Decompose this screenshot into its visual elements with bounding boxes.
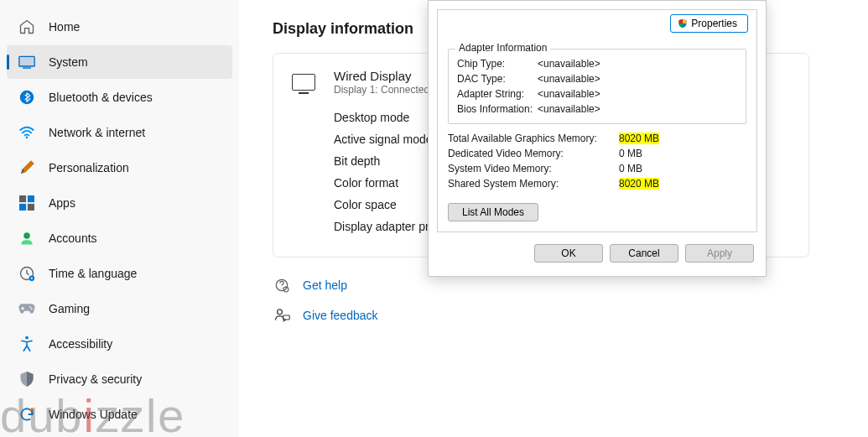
brush-icon bbox=[18, 159, 35, 176]
mem-label: Dedicated Video Memory: bbox=[448, 148, 619, 159]
game-icon bbox=[18, 300, 35, 317]
sidebar-item-label: Time & language bbox=[49, 267, 137, 280]
svg-rect-5 bbox=[19, 195, 26, 202]
memory-row: Dedicated Video Memory: 0 MB bbox=[448, 148, 746, 159]
properties-label: Properties bbox=[691, 18, 737, 29]
sidebar-item-label: Home bbox=[49, 20, 80, 34]
mem-label: Shared System Memory: bbox=[448, 178, 619, 190]
display-name: Wired Display bbox=[334, 69, 440, 83]
info-value: <unavailable> bbox=[538, 103, 600, 115]
cancel-button[interactable]: Cancel bbox=[610, 244, 678, 263]
memory-row: Shared System Memory: 8020 MB bbox=[448, 178, 746, 190]
sidebar-item-network[interactable]: Network & internet bbox=[7, 116, 232, 149]
get-help-link[interactable]: Get help bbox=[273, 276, 848, 294]
uac-shield-icon bbox=[678, 18, 688, 29]
svg-point-4 bbox=[26, 137, 29, 139]
svg-point-12 bbox=[29, 306, 31, 308]
svg-point-9 bbox=[23, 232, 30, 239]
adapter-info-group: Adapter Information Chip Type: <unavaila… bbox=[448, 49, 746, 124]
info-value: <unavailable> bbox=[538, 88, 600, 100]
sidebar-item-time[interactable]: Time & language bbox=[7, 257, 232, 290]
wifi-icon bbox=[18, 124, 35, 141]
sidebar-item-label: Accounts bbox=[49, 232, 97, 245]
dialog-inner: Properties Adapter Information Chip Type… bbox=[437, 9, 757, 232]
sidebar-item-label: Bluetooth & devices bbox=[49, 91, 153, 104]
system-icon bbox=[18, 54, 35, 70]
settings-sidebar: Home System Bluetooth & devices Network … bbox=[0, 0, 239, 437]
person-icon bbox=[18, 230, 35, 247]
svg-rect-1 bbox=[19, 56, 34, 66]
home-icon bbox=[18, 18, 35, 35]
give-feedback-link[interactable]: Give feedback bbox=[273, 306, 848, 325]
sidebar-item-label: Accessibility bbox=[49, 337, 112, 351]
properties-button[interactable]: Properties bbox=[670, 14, 748, 33]
info-label: Adapter String: bbox=[457, 88, 538, 100]
svg-rect-7 bbox=[19, 204, 26, 211]
adapter-properties-dialog: Properties Adapter Information Chip Type… bbox=[428, 0, 767, 277]
memory-row: Total Available Graphics Memory: 8020 MB bbox=[448, 133, 746, 144]
list-all-modes-button[interactable]: List All Modes bbox=[448, 203, 538, 221]
mem-value: 0 MB bbox=[619, 148, 642, 159]
sidebar-item-gaming[interactable]: Gaming bbox=[7, 292, 232, 325]
sidebar-item-label: Personalization bbox=[49, 161, 129, 174]
sidebar-item-bluetooth[interactable]: Bluetooth & devices bbox=[7, 81, 232, 114]
sidebar-item-accounts[interactable]: Accounts bbox=[7, 221, 232, 255]
adapter-info-row: Bios Information: <unavailable> bbox=[457, 103, 737, 115]
ok-button[interactable]: OK bbox=[534, 244, 603, 263]
feedback-text: Give feedback bbox=[303, 309, 378, 322]
svg-point-19 bbox=[278, 310, 283, 315]
clock-icon bbox=[18, 265, 35, 282]
sidebar-item-accessibility[interactable]: Accessibility bbox=[7, 327, 232, 361]
adapter-info-row: Adapter String: <unavailable> bbox=[457, 88, 737, 100]
adapter-legend: Adapter Information bbox=[455, 42, 550, 54]
feedback-icon bbox=[273, 306, 291, 325]
accessibility-icon bbox=[18, 336, 35, 352]
sidebar-item-system[interactable]: System bbox=[7, 45, 232, 79]
sidebar-item-apps[interactable]: Apps bbox=[7, 186, 232, 220]
info-label: Chip Type: bbox=[457, 58, 538, 70]
info-label: Bios Information: bbox=[457, 103, 538, 115]
sidebar-item-label: Apps bbox=[49, 196, 75, 210]
apps-icon bbox=[18, 195, 35, 211]
sidebar-item-home[interactable]: Home bbox=[7, 10, 232, 44]
mem-value: 8020 MB bbox=[619, 178, 659, 190]
monitor-icon bbox=[292, 74, 315, 91]
display-subtitle: Display 1: Connected to bbox=[334, 84, 440, 96]
watermark-text: dubizzle bbox=[0, 395, 185, 437]
svg-point-17 bbox=[281, 288, 282, 289]
info-value: <unavailable> bbox=[538, 58, 600, 70]
help-text: Get help bbox=[303, 278, 347, 292]
svg-point-13 bbox=[31, 308, 33, 310]
help-icon bbox=[273, 276, 291, 294]
mem-label: System Video Memory: bbox=[448, 163, 619, 174]
sidebar-item-label: System bbox=[49, 55, 88, 69]
memory-row: System Video Memory: 0 MB bbox=[448, 163, 746, 174]
info-value: <unavailable> bbox=[538, 73, 600, 85]
svg-rect-8 bbox=[28, 204, 34, 211]
bluetooth-icon bbox=[18, 89, 35, 106]
sidebar-item-label: Gaming bbox=[49, 302, 90, 315]
info-label: DAC Type: bbox=[457, 73, 538, 85]
mem-value: 0 MB bbox=[619, 163, 642, 174]
dialog-button-row: OK Cancel Apply bbox=[437, 241, 757, 268]
mem-label: Total Available Graphics Memory: bbox=[448, 133, 619, 144]
shield-icon bbox=[18, 371, 35, 388]
apply-button: Apply bbox=[685, 244, 754, 263]
sidebar-item-personalization[interactable]: Personalization bbox=[7, 151, 232, 185]
sidebar-item-label: Network & internet bbox=[49, 126, 145, 139]
mem-value: 8020 MB bbox=[619, 133, 659, 144]
adapter-info-row: DAC Type: <unavailable> bbox=[457, 73, 737, 85]
adapter-info-row: Chip Type: <unavailable> bbox=[457, 58, 737, 70]
sidebar-item-label: Privacy & security bbox=[49, 372, 142, 386]
help-section: Get help Give feedback bbox=[273, 276, 848, 325]
svg-point-14 bbox=[25, 336, 29, 340]
memory-section: Total Available Graphics Memory: 8020 MB… bbox=[448, 133, 746, 190]
svg-rect-6 bbox=[28, 195, 34, 202]
